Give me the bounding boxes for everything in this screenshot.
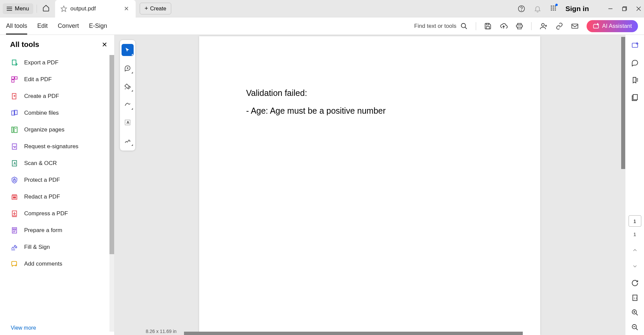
left-panel: All tools ✕ Export a PDFEdit a PDFCreate… (0, 35, 114, 335)
svg-line-18 (465, 27, 467, 29)
svg-rect-43 (13, 180, 15, 181)
tool-label: Fill & Sign (24, 244, 50, 250)
total-pages: 1 (633, 231, 636, 237)
ai-panel-icon[interactable] (631, 42, 639, 49)
document-area: A Validation failed: - Age: Age must be … (114, 35, 625, 335)
svg-rect-30 (15, 77, 17, 79)
sign-tool[interactable] (122, 134, 134, 147)
tool-item-export-a-pdf[interactable]: Export a PDF (7, 54, 111, 71)
panel-close-button[interactable]: ✕ (102, 41, 107, 49)
ai-label: AI Assistant (602, 23, 632, 30)
rotate-icon[interactable] (631, 279, 639, 287)
svg-rect-26 (572, 24, 578, 28)
menu-label: Menu (15, 5, 29, 12)
tool-item-fill-sign[interactable]: Fill & Sign (7, 239, 111, 256)
svg-rect-29 (12, 77, 14, 79)
add-person-icon[interactable] (540, 22, 548, 30)
tool-item-scan-ocr[interactable]: AScan & OCR (7, 155, 111, 172)
bell-icon[interactable] (534, 5, 541, 12)
text-select-tool[interactable]: A (122, 116, 134, 128)
document-horizontal-scrollbar[interactable] (184, 332, 618, 335)
help-icon[interactable] (518, 5, 525, 12)
svg-rect-14 (623, 7, 626, 11)
tool-label: Organize pages (24, 126, 64, 133)
panel-scrollbar[interactable] (109, 55, 114, 332)
link-icon[interactable] (556, 22, 563, 30)
highlight-tool[interactable] (122, 80, 134, 92)
maximize-icon[interactable] (622, 6, 627, 11)
tool-label: Compress a PDF (24, 210, 68, 217)
svg-rect-28 (12, 60, 16, 65)
next-page-button[interactable] (632, 263, 638, 269)
tool-item-protect-a-pdf[interactable]: Protect a PDF (7, 172, 111, 188)
mail-icon[interactable] (571, 22, 579, 30)
svg-rect-20 (487, 26, 490, 29)
nav-tab-convert[interactable]: Convert (58, 18, 79, 34)
apps-icon[interactable] (550, 5, 557, 13)
fit-page-icon[interactable]: 1:1 (631, 294, 639, 301)
page-dimensions: 8.26 x 11.69 in (144, 328, 179, 335)
document-tab[interactable]: output.pdf ✕ (55, 0, 136, 17)
bookmarks-panel-icon[interactable] (631, 76, 639, 84)
svg-rect-38 (14, 127, 17, 133)
cloud-upload-icon[interactable] (500, 22, 508, 30)
tool-item-prepare-a-form[interactable]: Prepare a form (7, 222, 111, 239)
svg-text:A: A (127, 120, 130, 124)
minimize-icon[interactable] (608, 6, 613, 11)
home-button[interactable] (40, 2, 52, 15)
nav-tab-all-tools[interactable]: All tools (6, 18, 27, 34)
svg-point-17 (461, 23, 466, 27)
sign-in-button[interactable]: Sign in (565, 5, 589, 13)
print-icon[interactable] (516, 22, 523, 30)
document-viewport[interactable]: Validation failed: - Age: Age must be a … (114, 35, 625, 335)
close-icon[interactable] (636, 6, 641, 11)
tab-title: output.pdf (71, 5, 119, 12)
panel-title: All tools (10, 40, 39, 49)
comments-panel-icon[interactable] (631, 59, 639, 66)
tool-icon (11, 93, 18, 100)
document-text-line1: Validation failed: (246, 88, 493, 98)
draw-tool[interactable] (122, 98, 134, 110)
svg-rect-51 (13, 229, 15, 230)
tool-label: Prepare a form (24, 227, 62, 234)
svg-line-74 (636, 328, 638, 330)
ai-assistant-button[interactable]: AI Assistant (587, 20, 638, 32)
nav-tab-esign[interactable]: E-Sign (89, 18, 107, 34)
tool-label: Add comments (24, 261, 62, 267)
create-button[interactable]: + Create (140, 3, 172, 14)
tool-item-compress-a-pdf[interactable]: Compress a PDF (7, 205, 111, 222)
tool-label: Edit a PDF (24, 76, 52, 83)
select-tool[interactable] (122, 44, 134, 56)
tool-icon (11, 59, 18, 66)
tool-item-create-a-pdf[interactable]: Create a PDF (7, 88, 111, 105)
svg-rect-6 (551, 7, 552, 8)
tab-close-button[interactable]: ✕ (123, 5, 130, 12)
tool-item-organize-pages[interactable]: Organize pages (7, 121, 111, 138)
svg-rect-9 (551, 9, 552, 10)
view-more-link[interactable]: View more (0, 321, 114, 335)
zoom-out-icon[interactable] (631, 324, 639, 331)
save-icon[interactable] (484, 22, 492, 30)
thumbnails-panel-icon[interactable] (631, 94, 639, 101)
document-vertical-scrollbar[interactable] (621, 37, 625, 169)
zoom-in-icon[interactable] (631, 309, 639, 316)
svg-rect-66 (633, 95, 637, 100)
tool-label: Create a PDF (24, 93, 59, 100)
document-text-line2: - Age: Age must be a positive number (246, 106, 493, 116)
prev-page-button[interactable] (632, 247, 638, 253)
nav-tab-edit[interactable]: Edit (37, 18, 48, 34)
current-page-input[interactable] (629, 215, 641, 227)
comment-tool[interactable] (122, 62, 134, 74)
tool-item-redact-a-pdf[interactable]: Redact a PDF (7, 188, 111, 205)
svg-marker-0 (61, 6, 66, 11)
tool-item-request-e-signatures[interactable]: Request e-signatures (7, 138, 111, 155)
menu-button[interactable]: Menu (3, 3, 33, 14)
search-button[interactable]: Find text or tools (414, 22, 468, 30)
tool-item-add-comments[interactable]: Add comments (7, 256, 111, 272)
svg-rect-3 (551, 5, 552, 6)
tool-item-edit-a-pdf[interactable]: Edit a PDF (7, 71, 111, 88)
title-bar: Menu output.pdf ✕ + Create Sign in (0, 0, 644, 17)
nav-tabs: All tools Edit Convert E-Sign (6, 18, 107, 34)
plus-icon: + (145, 5, 148, 12)
tool-item-combine-files[interactable]: Combine files (7, 105, 111, 121)
